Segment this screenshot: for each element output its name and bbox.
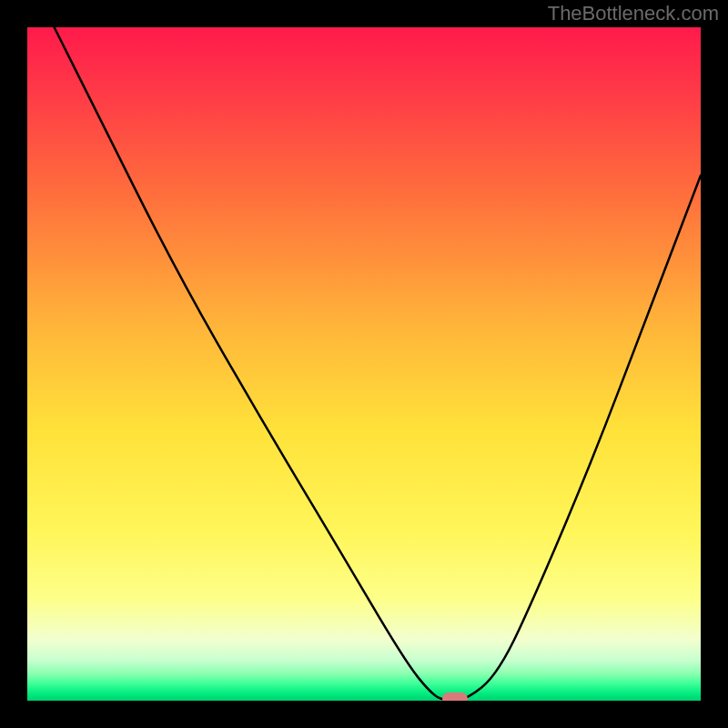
chart-container: TheBottleneck.com — [0, 0, 728, 728]
bottleneck-curve — [55, 27, 701, 701]
watermark-text: TheBottleneck.com — [548, 2, 719, 25]
optimal-point-marker — [442, 693, 468, 701]
curve-svg — [27, 27, 701, 701]
plot-area — [27, 27, 701, 701]
